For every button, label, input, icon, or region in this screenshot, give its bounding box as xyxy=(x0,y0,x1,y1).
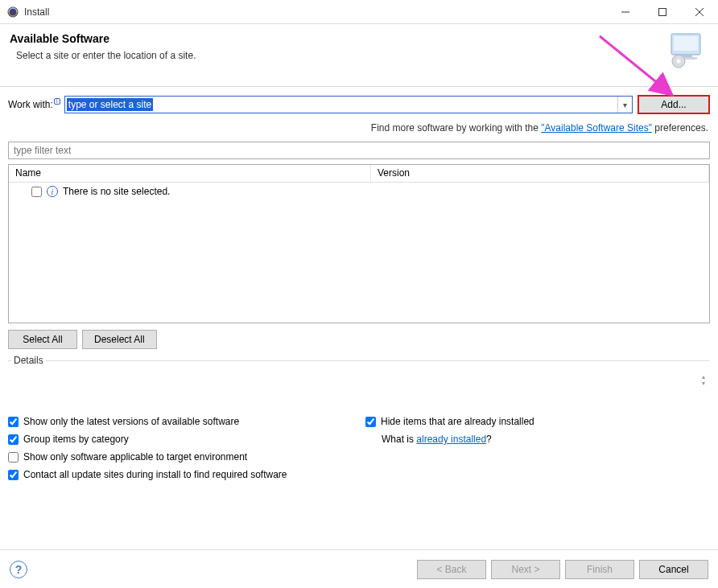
eclipse-icon xyxy=(6,6,19,19)
info-icon: i xyxy=(47,186,58,197)
software-tree[interactable]: Name Version i There is no site selected… xyxy=(8,164,710,323)
window-title: Install xyxy=(24,6,49,18)
check-group-category[interactable]: Group items by category xyxy=(8,434,353,445)
deselect-all-button[interactable]: Deselect All xyxy=(82,330,157,349)
workwith-combo[interactable]: type or select a site ▾ xyxy=(64,96,633,113)
already-installed-link[interactable]: already installed xyxy=(416,434,486,445)
page-title: Available Software xyxy=(10,32,196,45)
checkbox-show-latest[interactable] xyxy=(8,417,19,427)
svg-point-10 xyxy=(677,60,681,64)
check-contact-sites[interactable]: Contact all update sites during install … xyxy=(8,469,710,480)
workwith-placeholder: type or select a site xyxy=(67,98,153,111)
workwith-label: Work with:i xyxy=(8,99,60,110)
back-button[interactable]: < Back xyxy=(417,560,486,579)
details-body: ▴ ▾ xyxy=(8,374,710,403)
minimize-button[interactable] xyxy=(607,0,644,24)
field-info-icon: i xyxy=(54,98,60,105)
svg-rect-6 xyxy=(674,36,698,51)
checkbox-group-category[interactable] xyxy=(8,434,19,445)
column-version[interactable]: Version xyxy=(371,165,709,182)
cancel-button[interactable]: Cancel xyxy=(639,560,708,579)
finish-button[interactable]: Finish xyxy=(565,560,634,579)
spinner-down-icon[interactable]: ▾ xyxy=(697,380,710,387)
column-name[interactable]: Name xyxy=(9,165,371,182)
whatis-text: What is already installed? xyxy=(382,434,710,445)
next-button[interactable]: Next > xyxy=(491,560,560,579)
wizard-header: Available Software Select a site or ente… xyxy=(0,24,718,87)
available-sites-link[interactable]: "Available Software Sites" xyxy=(541,122,652,134)
filter-input[interactable] xyxy=(8,142,710,159)
install-banner-icon xyxy=(666,31,705,69)
details-spinner[interactable]: ▴ ▾ xyxy=(697,374,710,387)
add-button[interactable]: Add... xyxy=(638,95,710,114)
maximize-button[interactable] xyxy=(644,0,681,24)
check-show-applicable[interactable]: Show only software applicable to target … xyxy=(8,451,353,463)
tree-header: Name Version xyxy=(9,165,709,183)
select-all-button[interactable]: Select All xyxy=(8,330,77,349)
tree-empty-message: There is no site selected. xyxy=(63,186,170,197)
hint-text: Find more software by working with the "… xyxy=(8,117,710,142)
svg-rect-2 xyxy=(659,8,666,15)
titlebar: Install xyxy=(0,0,718,24)
wizard-footer: ? < Back Next > Finish Cancel xyxy=(0,549,718,588)
details-label: Details xyxy=(11,355,46,366)
page-subtitle: Select a site or enter the location of a… xyxy=(16,50,196,61)
checkbox-hide-installed[interactable] xyxy=(365,417,376,427)
checkbox-show-applicable[interactable] xyxy=(8,452,19,463)
checkbox-contact-sites[interactable] xyxy=(8,470,19,480)
help-icon[interactable]: ? xyxy=(10,561,27,578)
tree-row-checkbox[interactable] xyxy=(31,187,42,197)
details-group: Details ▴ ▾ xyxy=(8,360,710,403)
check-hide-installed[interactable]: Hide items that are already installed xyxy=(365,416,710,427)
tree-empty-row: i There is no site selected. xyxy=(9,183,709,200)
check-show-latest[interactable]: Show only the latest versions of availab… xyxy=(8,416,353,427)
close-button[interactable] xyxy=(681,0,718,24)
chevron-down-icon[interactable]: ▾ xyxy=(617,97,632,113)
